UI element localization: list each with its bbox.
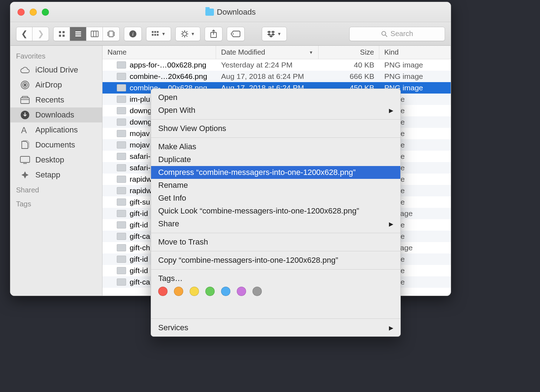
sidebar-item-label: Setapp [35, 170, 60, 180]
menu-show-view-options[interactable]: Show View Options [151, 122, 400, 135]
column-name[interactable]: Name [102, 46, 216, 59]
file-thumbnail-icon [117, 210, 126, 217]
menu-get-info[interactable]: Get Info [151, 192, 400, 205]
sidebar-section-header: Tags [10, 196, 102, 210]
svg-line-29 [186, 31, 187, 32]
list-view-button[interactable] [70, 27, 86, 41]
tags-button[interactable] [227, 27, 245, 41]
svg-rect-6 [75, 35, 81, 36]
context-menu: Open Open With▶ Show View Options Make A… [151, 89, 401, 337]
file-date: Yesterday at 2:24 PM [216, 61, 319, 69]
titlebar: Downloads [10, 2, 451, 22]
svg-line-26 [182, 31, 183, 32]
menu-copy[interactable]: Copy “combine-messagers-into-one-1200x62… [151, 254, 400, 267]
action-button[interactable]: ▼ [175, 27, 200, 41]
minimize-window-button[interactable] [30, 9, 37, 16]
file-thumbnail-icon [117, 130, 126, 137]
sidebar-item-setapp[interactable]: Setapp [10, 167, 102, 182]
file-kind: PNG image [379, 61, 451, 69]
sidebar-item-desktop[interactable]: Desktop [10, 152, 102, 167]
sidebar-section-header: Shared [10, 182, 102, 196]
tag-color[interactable] [221, 287, 230, 296]
menu-open-with[interactable]: Open With▶ [151, 104, 400, 117]
file-thumbnail-icon [117, 61, 126, 69]
column-headers: Name Date Modified▼ Size Kind [102, 46, 451, 59]
svg-text:A: A [21, 125, 27, 135]
svg-rect-20 [157, 34, 159, 36]
tag-color[interactable] [190, 287, 199, 296]
group-by-button[interactable]: ▼ [146, 27, 171, 41]
sidebar-item-label: AirDrop [35, 80, 62, 90]
file-name: gift-ca [130, 278, 150, 286]
svg-rect-16 [154, 31, 156, 33]
gallery-view-button[interactable] [103, 27, 119, 41]
column-view-button[interactable] [86, 27, 103, 41]
view-switcher [53, 27, 120, 41]
menu-services[interactable]: Services▶ [151, 321, 400, 334]
svg-marker-35 [267, 33, 271, 36]
tag-color[interactable] [158, 287, 168, 296]
zoom-window-button[interactable] [42, 9, 49, 16]
back-button[interactable]: ❮ [16, 27, 32, 41]
dropbox-button[interactable]: ▼ [262, 27, 287, 41]
file-row[interactable]: combine-…20x646.pngAug 17, 2018 at 6:24 … [102, 71, 451, 82]
svg-line-39 [385, 35, 387, 37]
menu-share[interactable]: Share▶ [151, 217, 400, 230]
svg-rect-43 [21, 98, 29, 104]
close-window-button[interactable] [18, 9, 25, 16]
column-kind[interactable]: Kind [379, 46, 451, 59]
sidebar-item-label: Applications [35, 125, 78, 135]
file-thumbnail-icon [117, 267, 126, 274]
svg-rect-48 [20, 156, 30, 162]
menu-rename[interactable]: Rename [151, 179, 400, 192]
sidebar-section-header: Favorites [10, 49, 102, 62]
file-thumbnail-icon [117, 107, 126, 114]
forward-button[interactable]: ❯ [32, 27, 49, 41]
menu-open[interactable]: Open [151, 91, 400, 104]
svg-text:i: i [132, 31, 134, 37]
window-title: Downloads [217, 7, 256, 17]
airdrop-icon [20, 80, 30, 90]
svg-point-42 [24, 84, 26, 86]
file-name: mojav [130, 141, 150, 149]
file-thumbnail-icon [117, 96, 126, 103]
tag-color[interactable] [237, 287, 246, 296]
svg-rect-45 [22, 96, 28, 98]
file-thumbnail-icon [117, 73, 126, 80]
tag-color[interactable] [252, 287, 262, 296]
recents-icon [20, 96, 30, 104]
svg-point-21 [183, 32, 187, 36]
cloud-icon [20, 67, 30, 73]
icon-view-button[interactable] [54, 27, 70, 41]
tag-color[interactable] [174, 287, 183, 296]
menu-compress[interactable]: Compress “combine-messagers-into-one-120… [151, 166, 400, 179]
sidebar-item-applications[interactable]: AApplications [10, 122, 102, 137]
svg-marker-37 [269, 35, 273, 37]
column-date-modified[interactable]: Date Modified▼ [216, 46, 319, 59]
svg-rect-15 [152, 31, 154, 33]
sidebar-item-label: Documents [35, 140, 75, 150]
menu-quick-look[interactable]: Quick Look “combine-messagers-into-one-1… [151, 205, 400, 217]
file-name: gift-id [130, 266, 148, 275]
sidebar-item-downloads[interactable]: Downloads [10, 107, 102, 122]
file-thumbnail-icon [117, 119, 126, 126]
file-name: rapidw [130, 175, 152, 184]
file-name: combine-…20x646.png [130, 72, 207, 81]
svg-rect-5 [75, 33, 81, 34]
menu-move-to-trash[interactable]: Move to Trash [151, 236, 400, 248]
file-thumbnail-icon [117, 244, 126, 251]
info-button[interactable]: i [124, 27, 142, 41]
sidebar-item-icloud-drive[interactable]: iCloud Drive [10, 62, 102, 77]
menu-make-alias[interactable]: Make Alias [151, 140, 400, 153]
file-name: im-plu [130, 95, 150, 104]
sidebar-item-documents[interactable]: Documents [10, 137, 102, 152]
tag-color[interactable] [205, 287, 215, 296]
file-thumbnail-icon [117, 187, 126, 194]
column-size[interactable]: Size [319, 46, 379, 59]
sidebar-item-recents[interactable]: Recents [10, 92, 102, 107]
menu-duplicate[interactable]: Duplicate [151, 153, 400, 166]
sidebar-item-airdrop[interactable]: AirDrop [10, 77, 102, 92]
file-row[interactable]: apps-for-…00x628.pngYesterday at 2:24 PM… [102, 59, 451, 71]
search-field[interactable]: Search [349, 27, 445, 41]
share-button[interactable] [205, 27, 222, 41]
